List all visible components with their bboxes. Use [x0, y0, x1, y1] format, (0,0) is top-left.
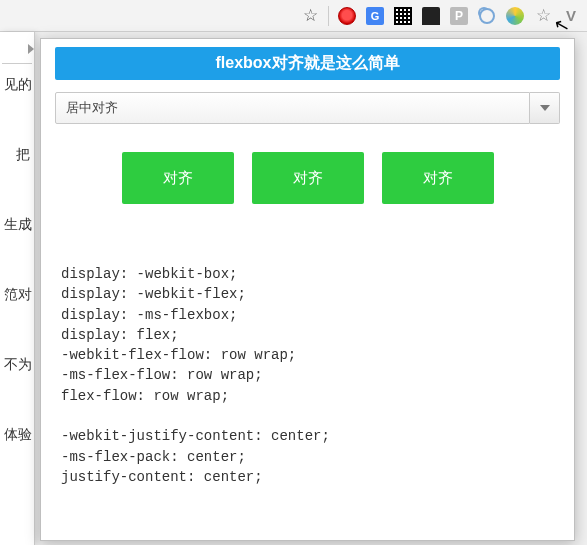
page-left-strip: 见的 把 生成 笵对 不为 体验 — [0, 32, 35, 545]
google-translate-icon[interactable]: G — [365, 6, 385, 26]
demo-box-label: 对齐 — [163, 169, 193, 188]
demo-box-label: 对齐 — [423, 169, 453, 188]
qr-code-icon[interactable] — [393, 6, 413, 26]
demo-box: 对齐 — [252, 152, 364, 204]
page-text-fragment: 见的 — [0, 74, 34, 96]
bookmark-star-icon[interactable]: ☆ — [300, 6, 320, 26]
cat-extension-icon[interactable] — [421, 6, 441, 26]
alignment-select-value[interactable]: 居中对齐 — [55, 92, 530, 124]
v-extension-icon[interactable]: V — [561, 6, 581, 26]
css-code-output: display: -webkit-box; display: -webkit-f… — [55, 264, 560, 487]
p-extension-icon[interactable]: P — [449, 6, 469, 26]
page-text-fragment: 不为 — [0, 354, 34, 376]
toolbar-separator — [328, 6, 329, 26]
panel-title: flexbox对齐就是这么简单 — [55, 47, 560, 80]
chevron-down-icon — [540, 103, 550, 113]
demo-box-label: 对齐 — [293, 169, 323, 188]
page-text-fragment: 笵对 — [0, 284, 34, 306]
page-text-fragment: 生成 — [0, 214, 34, 236]
flex-demo-area: 对齐 对齐 对齐 — [55, 152, 560, 204]
page-text-fragment: 体验 — [0, 424, 34, 446]
page-text-fragment: 把 — [0, 144, 34, 166]
opera-icon[interactable] — [337, 6, 357, 26]
address-bar-fragment — [2, 40, 32, 64]
alignment-select[interactable]: 居中对齐 — [55, 92, 560, 124]
swirl-extension-icon[interactable] — [505, 6, 525, 26]
moon-extension-icon[interactable] — [477, 6, 497, 26]
star-extension-icon[interactable]: ☆ — [533, 6, 553, 26]
extension-popup-panel: flexbox对齐就是这么简单 居中对齐 对齐 对齐 对齐 display: -… — [40, 38, 575, 541]
alignment-select-toggle[interactable] — [530, 92, 560, 124]
demo-box: 对齐 — [122, 152, 234, 204]
demo-box: 对齐 — [382, 152, 494, 204]
browser-toolbar: ☆ G P ☆ V — [0, 0, 587, 32]
